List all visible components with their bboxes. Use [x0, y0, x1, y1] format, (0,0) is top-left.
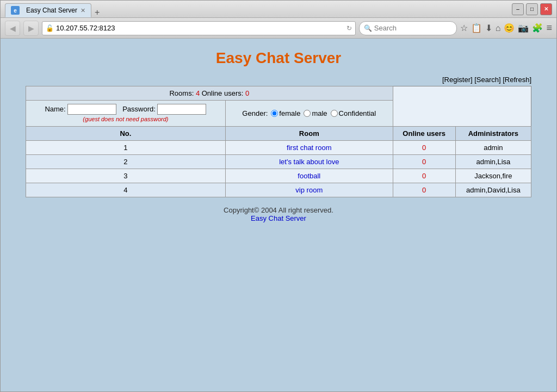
name-input[interactable]	[67, 104, 116, 115]
new-tab-button[interactable]: +	[91, 8, 103, 17]
room-no: 4	[26, 183, 226, 197]
top-links: [Register] [Search] [Refresh]	[26, 76, 531, 84]
name-label: Name:	[45, 105, 65, 113]
page-content: Easy Chat Server [Register] [Search] [Re…	[1, 39, 556, 391]
gender-female-text: female	[279, 109, 300, 117]
browser-window: e Easy Chat Server ✕ + – □ ✕ ◀ ▶ 🔓 ↻ 🔍	[0, 0, 557, 392]
room-administrators: Jackson,fire	[455, 169, 531, 183]
footer: Copyright© 2004 All right reserved. Easy…	[224, 206, 333, 222]
close-button[interactable]: ✕	[540, 3, 552, 15]
back-button[interactable]: ◀	[5, 21, 20, 36]
maximize-button[interactable]: □	[526, 3, 538, 15]
gender-confidential-text: Confidential	[339, 109, 376, 117]
gender-male-radio[interactable]	[304, 110, 311, 117]
history-icon[interactable]: 📋	[471, 23, 482, 33]
room-link[interactable]: vip room	[295, 186, 323, 194]
room-online-users: 0	[393, 169, 455, 183]
tab-title: Easy Chat Server	[26, 7, 77, 14]
address-input[interactable]	[56, 24, 344, 32]
table-row: 2 let's talk about love 0 admin,Lisa	[26, 155, 531, 169]
download-icon[interactable]: ⬇	[485, 23, 492, 33]
register-link[interactable]: [Register]	[442, 76, 473, 84]
col-no: No.	[26, 127, 226, 141]
room-administrators: admin,David,Lisa	[455, 183, 531, 197]
home-icon[interactable]: ⌂	[496, 23, 501, 33]
search-input[interactable]	[374, 24, 452, 32]
gender-group: Gender: female male Confidential	[231, 109, 387, 117]
minimize-button[interactable]: –	[512, 3, 524, 15]
nav-bar: ◀ ▶ 🔓 ↻ 🔍 ☆ 📋 ⬇ ⌂ 😊 📷 🧩 ≡	[1, 18, 556, 39]
room-name: vip room	[225, 183, 393, 197]
room-no: 3	[26, 169, 226, 183]
gender-label: Gender:	[242, 109, 268, 117]
room-link[interactable]: let's talk about love	[279, 158, 339, 166]
menu-button[interactable]: ≡	[546, 22, 552, 34]
page-title: Easy Chat Server	[216, 49, 341, 67]
tab-favicon: e	[11, 6, 20, 15]
password-input[interactable]	[157, 104, 206, 115]
main-table: Rooms: 4 Online users: 0 Name: Password:…	[26, 86, 531, 197]
room-administrators: admin	[455, 141, 531, 155]
tab-area: e Easy Chat Server ✕ +	[5, 1, 512, 17]
address-bar-wrapper: 🔓 ↻	[42, 21, 356, 35]
room-no: 2	[26, 155, 226, 169]
room-online-users: 0	[393, 183, 455, 197]
emoji-icon[interactable]: 😊	[504, 23, 515, 33]
password-label: Password:	[122, 105, 156, 113]
room-link[interactable]: football	[298, 172, 320, 180]
back-icon: ◀	[10, 24, 16, 33]
table-row: 1 first chat room 0 admin	[26, 141, 531, 155]
screenshot-icon[interactable]: 📷	[518, 23, 529, 33]
online-count: 0	[245, 89, 249, 97]
footer-link[interactable]: Easy Chat Server	[251, 214, 306, 222]
lock-icon: 🔓	[46, 24, 54, 32]
copyright-text: Copyright© 2004 All right reserved.	[224, 206, 333, 214]
gender-confidential-label[interactable]: Confidential	[331, 109, 376, 117]
room-online-users: 0	[393, 141, 455, 155]
col-administrators: Administrators	[455, 127, 531, 141]
forward-button[interactable]: ▶	[23, 21, 39, 36]
bookmarks-icon[interactable]: ☆	[460, 23, 468, 33]
rooms-tbody: 1 first chat room 0 admin 2 let's talk a…	[26, 141, 531, 197]
col-room: Room	[225, 127, 393, 141]
table-row: 4 vip room 0 admin,David,Lisa	[26, 183, 531, 197]
gender-female-label[interactable]: female	[271, 109, 300, 117]
room-name: football	[225, 169, 393, 183]
gender-male-text: male	[312, 109, 327, 117]
column-header-row: No. Room Online users Administrators	[26, 127, 531, 141]
room-no: 1	[26, 141, 226, 155]
gender-confidential-radio[interactable]	[331, 110, 338, 117]
rooms-sep: Online users:	[200, 89, 245, 97]
refresh-icon[interactable]: ↻	[346, 24, 352, 32]
window-controls: – □ ✕	[512, 3, 552, 15]
tab-close-button[interactable]: ✕	[81, 7, 85, 14]
rooms-header-row: Rooms: 4 Online users: 0	[26, 86, 531, 101]
room-name: let's talk about love	[225, 155, 393, 169]
login-row: Name: Password: (guest does not need pas…	[26, 101, 531, 127]
table-row: 3 football 0 Jackson,fire	[26, 169, 531, 183]
login-left: Name: Password: (guest does not need pas…	[26, 101, 226, 127]
search-bar-wrapper: 🔍	[359, 21, 457, 35]
nav-right-icons: ☆ 📋 ⬇ ⌂ 😊 📷 🧩 ≡	[460, 22, 552, 34]
room-link[interactable]: first chat room	[287, 144, 331, 152]
rooms-prefix: Rooms:	[169, 89, 195, 97]
title-bar: e Easy Chat Server ✕ + – □ ✕	[1, 1, 556, 18]
guest-note: (guest does not need password)	[83, 116, 168, 122]
search-link[interactable]: [Search]	[474, 76, 500, 84]
active-tab[interactable]: e Easy Chat Server ✕	[5, 3, 91, 17]
extension-icon[interactable]: 🧩	[532, 23, 543, 33]
room-name: first chat room	[225, 141, 393, 155]
col-online-users: Online users	[393, 127, 455, 141]
login-right: Gender: female male Confidential	[225, 101, 393, 127]
room-online-users: 0	[393, 155, 455, 169]
refresh-link[interactable]: [Refresh]	[503, 76, 531, 84]
rooms-info: Rooms: 4 Online users: 0	[26, 86, 393, 101]
gender-female-radio[interactable]	[271, 110, 278, 117]
search-icon: 🔍	[364, 24, 372, 32]
forward-icon: ▶	[28, 24, 34, 33]
gender-male-label[interactable]: male	[304, 109, 327, 117]
room-administrators: admin,Lisa	[455, 155, 531, 169]
